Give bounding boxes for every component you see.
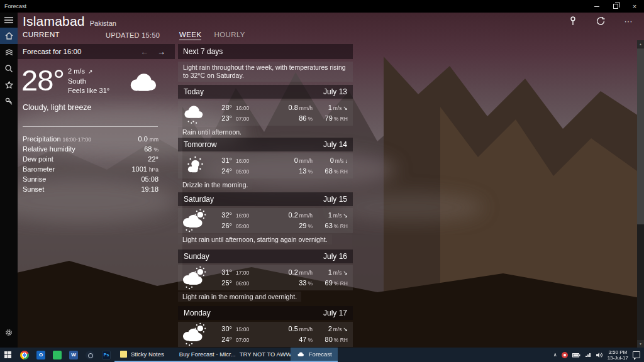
maximize-restore-button[interactable]	[606, 0, 625, 13]
tab-hourly[interactable]: HOURLY	[214, 31, 245, 40]
detail-row-dew-point: Dew point 22°	[23, 155, 158, 165]
vertical-scrollbar[interactable]: ▲ ▼	[637, 40, 644, 348]
taskbar: O W Ps Sticky Notes Buy Forecast - Micr.…	[0, 348, 644, 362]
cloud-icon	[123, 68, 162, 96]
taskbar-evernote-button[interactable]	[49, 348, 65, 362]
tray-date: 13-Jul-17	[608, 355, 628, 361]
network-icon[interactable]	[585, 352, 592, 358]
wind-arrow-icon: ↘	[343, 105, 348, 111]
current-temperature: 28°	[21, 63, 64, 97]
taskbar-word-button[interactable]: W	[65, 348, 82, 362]
photoshop-icon: Ps	[102, 351, 111, 359]
windows-logo-icon	[4, 351, 12, 359]
day-description: Drizzle in the morning.	[178, 180, 252, 190]
detail-row-humidity: Relative humidity 68%	[23, 145, 158, 155]
day-name: Saturday	[184, 195, 214, 204]
sidebar-item-maps[interactable]	[0, 44, 18, 60]
gear-icon	[5, 329, 13, 336]
task-sticky-notes[interactable]: Sticky Notes	[114, 348, 170, 362]
pin-button[interactable]	[566, 15, 580, 26]
sticky-notes-icon	[120, 351, 127, 358]
day-name: Monday	[184, 309, 211, 317]
sidebar-item-home[interactable]	[0, 28, 18, 44]
sidebar-item-search[interactable]	[0, 60, 18, 77]
hamburger-menu-icon[interactable]	[0, 13, 18, 28]
outlook-icon: O	[36, 351, 45, 359]
day-data-row: 28°16:00 23°07:00 0.8mm/h 86% 1m/s↘ 79% …	[178, 101, 353, 126]
action-center-icon[interactable]	[633, 351, 640, 358]
start-button[interactable]	[0, 348, 16, 362]
current-section-label: CURRENT	[23, 31, 60, 38]
sidebar	[0, 13, 18, 348]
wind-arrow-icon: ↘	[343, 270, 348, 276]
day-date: July 15	[323, 195, 347, 204]
title-bar: Forecast ×	[0, 0, 644, 13]
task-forecast-app[interactable]: Forecast	[291, 348, 338, 362]
scroll-up-button[interactable]: ▲	[637, 40, 644, 48]
steam-icon	[86, 351, 94, 359]
taskbar-outlook-button[interactable]: O	[33, 348, 49, 362]
taskbar-steam-button[interactable]	[82, 348, 98, 362]
day-forecast-saturday: SaturdayJuly 15 32°16:00 26°05:00 0.2mm/…	[178, 192, 353, 244]
window-title: Forecast	[0, 3, 587, 9]
refresh-button[interactable]	[594, 15, 608, 26]
refresh-icon	[596, 16, 606, 26]
day-date: July 14	[323, 140, 347, 149]
day-data-row: 31°17:00 25°06:00 0.2mm/h 33% 1m/s↘ 69% …	[178, 265, 353, 290]
day-date: July 17	[323, 309, 347, 317]
minimize-icon	[594, 6, 599, 7]
more-icon: ···	[625, 16, 633, 26]
city-name: Islamabad	[23, 14, 85, 29]
task-browser-buy-forecast[interactable]: Buy Forecast - Micr...	[170, 348, 230, 362]
feels-like: Feels like 31°	[68, 86, 109, 96]
detail-row-sunset: Sunset 19:18	[23, 185, 158, 195]
current-wind-info: 2 m/s ↗ South Feels like 31°	[68, 67, 109, 96]
sun-rain-cloud-icon	[179, 266, 210, 290]
word-icon: W	[69, 351, 78, 359]
wind-arrow-icon: ↘	[343, 212, 348, 219]
battery-icon[interactable]	[572, 353, 580, 358]
close-button[interactable]: ×	[625, 0, 644, 13]
tray-time: 3:50 PM	[608, 349, 628, 355]
taskbar-chrome-button[interactable]	[16, 348, 33, 362]
screen: Forecast ×	[0, 0, 644, 362]
task-browser-video[interactable]: TRY NOT TO AWW...	[230, 348, 291, 362]
more-button[interactable]: ···	[621, 15, 635, 26]
maps-icon	[5, 49, 13, 56]
day-header: SundayJuly 16	[178, 250, 353, 263]
scroll-down-button[interactable]: ▼	[637, 340, 644, 348]
sidebar-item-key[interactable]	[0, 93, 18, 109]
day-date: July 13	[323, 87, 347, 96]
forecast-hour-bar: Forecast for 16:00 ← →	[18, 44, 175, 59]
volume-icon[interactable]	[596, 352, 603, 358]
app-command-bar: ···	[566, 15, 635, 26]
current-details-list: Precipitation16:00-17:00 0.0mm Relative …	[23, 135, 158, 195]
sidebar-item-favorites[interactable]	[0, 77, 18, 93]
close-icon: ×	[633, 3, 636, 10]
sun-rain-cloud-icon	[179, 209, 210, 233]
system-tray: ∧ 3:50 PM 13-Jul-17	[553, 348, 644, 362]
sun-rain-cloud-icon	[179, 322, 210, 346]
tray-app-icon[interactable]	[562, 352, 568, 358]
tab-week[interactable]: WEEK	[179, 31, 201, 40]
day-data-row: 30°15:00 24°07:00 0.5mm/h 47% 2m/s↘ 80% …	[178, 322, 353, 347]
sidebar-item-settings[interactable]	[0, 325, 18, 340]
day-name: Today	[184, 87, 204, 96]
minimize-button[interactable]	[587, 0, 606, 13]
day-description: Light rain in the morning and overnight.	[178, 292, 301, 302]
next-hour-button[interactable]: →	[153, 47, 170, 57]
previous-hour-button[interactable]: ←	[136, 47, 153, 57]
tray-overflow-chevron-icon[interactable]: ∧	[553, 352, 557, 358]
day-description: Light rain until afternoon, starting aga…	[178, 234, 332, 244]
day-name: Sunday	[184, 252, 209, 261]
current-condition-text: Cloudy, light breeze	[23, 103, 92, 112]
wind-arrow-icon: ↗	[88, 69, 93, 75]
taskbar-photoshop-button[interactable]: Ps	[98, 348, 114, 362]
pin-icon	[570, 16, 576, 26]
taskbar-clock[interactable]: 3:50 PM 13-Jul-17	[608, 349, 628, 361]
search-icon	[5, 65, 13, 72]
star-icon	[5, 81, 13, 89]
chrome-icon	[20, 351, 29, 359]
scrollbar-thumb[interactable]	[637, 48, 644, 224]
day-forecast-tomorrow: TomorrowJuly 14 31°16:00 24°05:00 0mm/h …	[178, 138, 353, 190]
